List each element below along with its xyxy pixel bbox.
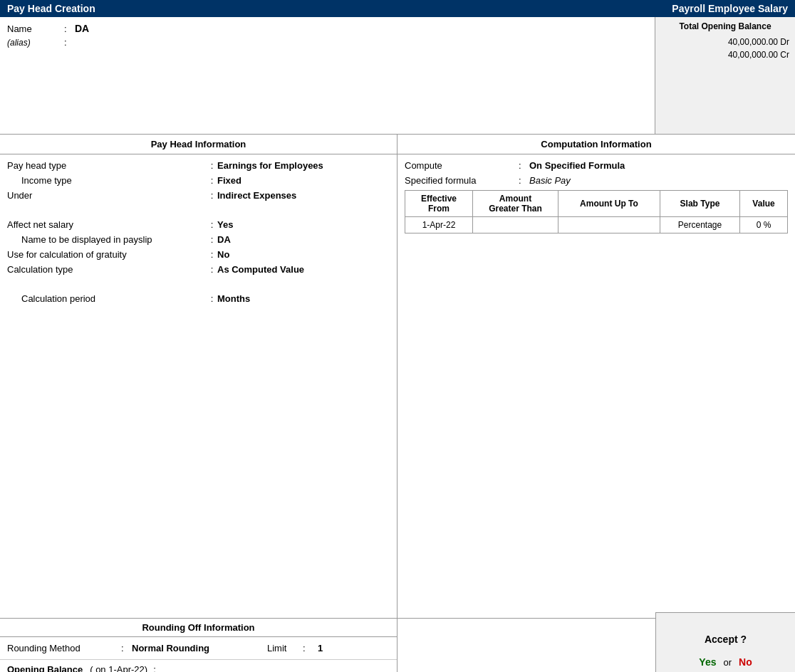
- compute-value: On Specified Formula: [529, 160, 625, 171]
- compute-colon: :: [519, 160, 529, 171]
- affect-net-salary-value: Yes: [217, 219, 390, 230]
- limit-value: 1: [318, 643, 323, 653]
- calc-period-colon: :: [207, 293, 217, 304]
- name-row: Name : DA: [7, 23, 648, 34]
- alias-label: (alias): [7, 38, 64, 48]
- balance-dr: 40,00,000.00 Dr: [661, 37, 789, 47]
- affect-net-salary-label: Affect net salary: [7, 219, 207, 230]
- slab-cell-effective-from: 1-Apr-22: [405, 217, 473, 233]
- ob-colon: :: [153, 664, 156, 672]
- accept-dialog: Accept ? Yes or No: [655, 612, 795, 672]
- bottom-left: Rounding Off Information Rounding Method…: [0, 619, 398, 672]
- calc-type-label: Calculation type: [7, 264, 207, 275]
- spacer-row-1: [7, 205, 390, 215]
- name-value: DA: [75, 23, 89, 34]
- left-panel: Pay Head Information Pay head type : Ear…: [0, 135, 398, 618]
- rounding-info: Rounding Method : Normal Rounding Limit …: [0, 637, 397, 659]
- under-row: Under : Indirect Expenses: [7, 190, 390, 201]
- limit-colon: :: [303, 643, 313, 653]
- calc-type-colon: :: [207, 264, 217, 275]
- rounding-off-title: Rounding Off Information: [0, 619, 397, 637]
- spacer-row-2: [7, 279, 390, 289]
- affect-net-salary-colon: :: [207, 219, 217, 230]
- app-header: Pay Head Creation Payroll Employee Salar…: [0, 0, 795, 17]
- rounding-method-label: Rounding Method: [7, 643, 121, 653]
- alias-colon: :: [64, 37, 75, 48]
- or-label: or: [723, 657, 732, 668]
- name-payslip-colon: :: [207, 234, 217, 245]
- formula-colon: :: [519, 175, 529, 186]
- calc-type-row: Calculation type : As Computed Value: [7, 264, 390, 275]
- no-button[interactable]: No: [739, 656, 752, 668]
- top-section: Name : DA (alias) : Total Opening Balanc…: [0, 17, 795, 135]
- slab-col-value: Value: [740, 191, 788, 217]
- formula-value: Basic Pay: [529, 175, 571, 186]
- calc-period-row: Calculation period : Months: [7, 293, 390, 304]
- right-panel: Computation Information Compute : On Spe…: [398, 135, 795, 618]
- slab-col-amount-upto: Amount Up To: [558, 191, 660, 217]
- bottom-section: Rounding Off Information Rounding Method…: [0, 619, 795, 672]
- ob-label: Opening Balance: [7, 664, 83, 672]
- affect-net-salary-row: Affect net salary : Yes: [7, 219, 390, 230]
- income-type-value: Fixed: [217, 175, 390, 186]
- name-payslip-value: DA: [217, 234, 390, 245]
- bottom-right: Accept ? Yes or No: [398, 619, 795, 672]
- rounding-method-colon: :: [121, 643, 132, 653]
- balance-cr: 40,00,000.00 Cr: [661, 50, 789, 60]
- header-left-title: Pay Head Creation: [7, 3, 95, 14]
- slab-cell-slab-type: Percentage: [660, 217, 739, 233]
- gratuity-label: Use for calculation of gratuity: [7, 249, 207, 260]
- name-colon: :: [64, 23, 75, 34]
- top-left: Name : DA (alias) :: [0, 17, 655, 134]
- computation-info: Compute : On Specified Formula Specified…: [398, 154, 795, 239]
- pay-head-info-title: Pay Head Information: [0, 135, 397, 154]
- under-value: Indirect Expenses: [217, 190, 390, 201]
- slab-cell-amount-upto: [558, 217, 660, 233]
- slab-cell-value: 0 %: [740, 217, 788, 233]
- accept-question: Accept ?: [705, 634, 747, 645]
- pay-head-info-table: Pay head type : Earnings for Employees I…: [0, 154, 397, 314]
- gratuity-value: No: [217, 249, 390, 260]
- under-colon: :: [207, 190, 217, 201]
- ob-date: ( on 1-Apr-22): [90, 664, 147, 672]
- slab-col-slab-type: Slab Type: [660, 191, 739, 217]
- computation-info-title: Computation Information: [398, 135, 795, 154]
- limit-label: Limit: [267, 643, 303, 653]
- calc-period-label: Calculation period: [7, 293, 207, 304]
- income-type-row: Income type : Fixed: [7, 175, 390, 186]
- header-right-title: Payroll Employee Salary: [672, 3, 788, 14]
- slab-col-amount-gt: AmountGreater Than: [473, 191, 558, 217]
- name-payslip-row: Name to be displayed in payslip : DA: [7, 234, 390, 245]
- calc-period-value: Months: [217, 293, 390, 304]
- gratuity-row: Use for calculation of gratuity : No: [7, 249, 390, 260]
- pay-head-type-colon: :: [207, 160, 217, 171]
- formula-row: Specified formula : Basic Pay: [405, 175, 788, 186]
- pay-head-type-label: Pay head type: [7, 160, 207, 171]
- pay-head-type-row: Pay head type : Earnings for Employees: [7, 160, 390, 171]
- calc-type-value: As Computed Value: [217, 264, 390, 275]
- name-label: Name: [7, 23, 64, 34]
- gratuity-colon: :: [207, 249, 217, 260]
- compute-row: Compute : On Specified Formula: [405, 160, 788, 171]
- slab-table: EffectiveFrom AmountGreater Than Amount …: [405, 190, 788, 233]
- top-right: Total Opening Balance 40,00,000.00 Dr 40…: [655, 17, 795, 134]
- accept-buttons: Yes or No: [699, 656, 752, 668]
- slab-col-effective-from: EffectiveFrom: [405, 191, 473, 217]
- yes-button[interactable]: Yes: [699, 656, 716, 668]
- under-label: Under: [7, 190, 207, 201]
- slab-row: 1-Apr-22 Percentage 0 %: [405, 217, 788, 233]
- compute-label: Compute: [405, 160, 519, 171]
- income-type-label: Income type: [7, 175, 207, 186]
- total-opening-balance-title: Total Opening Balance: [661, 21, 789, 31]
- formula-label: Specified formula: [405, 175, 519, 186]
- alias-row: (alias) :: [7, 37, 648, 48]
- name-payslip-label: Name to be displayed in payslip: [7, 234, 207, 245]
- slab-cell-amount-gt: [473, 217, 558, 233]
- rounding-method-value: Normal Rounding: [132, 643, 260, 653]
- opening-balance-row: Opening Balance ( on 1-Apr-22) :: [0, 659, 397, 672]
- main-content: Pay Head Information Pay head type : Ear…: [0, 135, 795, 619]
- pay-head-type-value: Earnings for Employees: [217, 160, 390, 171]
- income-type-colon: :: [207, 175, 217, 186]
